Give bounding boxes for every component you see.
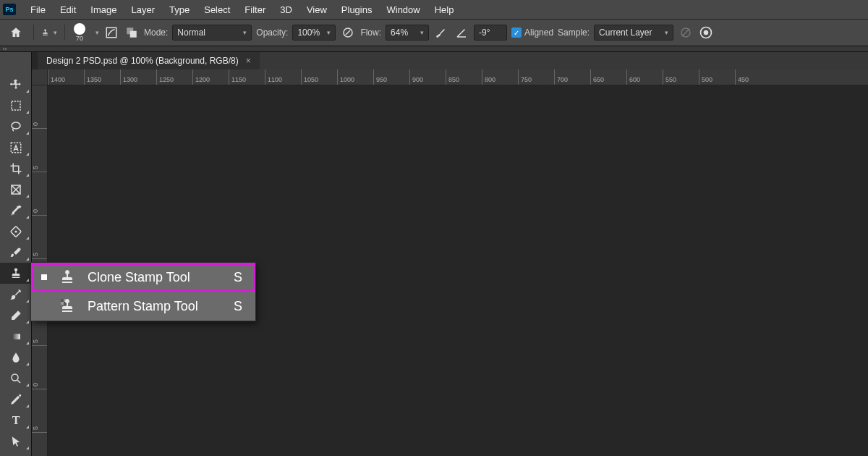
crop-tool[interactable] [0,158,32,179]
airbrush-icon [435,26,448,39]
opacity-label: Opacity: [256,28,288,38]
clone-source-icon [125,26,138,39]
opacity-input[interactable]: 100% ▾ [292,25,336,41]
flyout-indicator-icon [26,426,29,428]
ruler-tick: 0 [32,172,47,216]
pressure-opacity-button[interactable] [340,25,356,41]
menu-3d[interactable]: 3D [273,4,299,15]
angle-icon-button[interactable] [454,25,469,41]
ruler-tick: 550 [663,69,699,85]
menu-layer[interactable]: Layer [124,4,163,15]
frame-tool[interactable] [0,179,32,200]
menu-window[interactable]: Window [379,4,427,15]
airbrush-button[interactable] [433,25,449,41]
app-logo-icon: Ps [3,4,16,15]
pen-tool[interactable] [0,389,32,410]
document-tab-bar: Design 2 PSD.psd @ 100% (Background, RGB… [38,52,868,69]
chevron-down-icon: ▾ [665,29,668,36]
mode-label: Mode: [144,28,168,38]
close-tab-button[interactable]: × [246,56,251,66]
flyout-indicator-icon [26,153,29,156]
flyout-item-shortcut: S [234,299,242,314]
panel-collapse-strip[interactable]: ›› [0,46,868,52]
menu-type[interactable]: Type [162,4,197,15]
horizontal-ruler[interactable]: 1400135013001250120011501100105010009509… [48,69,868,85]
brush-preview-icon [74,23,85,35]
flyout-indicator-icon [26,342,29,345]
brush-size-label: 70 [76,35,83,42]
aligned-checkbox[interactable]: ✓ Aligned [511,28,553,38]
dodge-tool[interactable] [0,368,32,389]
home-button[interactable] [6,24,26,41]
lasso-tool[interactable] [0,116,32,137]
brush-settings-button[interactable] [103,25,119,41]
menu-filter[interactable]: Filter [237,4,273,15]
ruler-tick: 1350 [84,69,120,85]
clone-stamp-icon [57,269,77,286]
brush-tool[interactable] [0,242,32,263]
ruler-tick: 800 [482,69,518,85]
flyout-indicator-icon [26,321,29,324]
gradient-tool[interactable] [0,326,32,347]
menu-select[interactable]: Select [197,4,237,15]
tool-preset-picker[interactable]: ▾ [41,25,57,41]
clone-source-button[interactable] [124,25,140,41]
ignore-adjustment-button[interactable] [678,25,694,41]
flow-label: Flow: [360,28,381,38]
ruler-tick: 600 [626,69,663,85]
menu-image[interactable]: Image [83,4,124,15]
flyout-item-clone-stamp-tool[interactable]: Clone Stamp ToolS [31,263,255,292]
ruler-tick: 5 [32,216,47,259]
flyout-indicator-icon [26,447,29,449]
menu-file[interactable]: File [23,4,53,15]
flyout-indicator-icon [26,90,29,93]
ruler-tick: 700 [554,69,590,85]
clone-stamp-tool[interactable] [0,263,32,284]
chevron-down-icon: ▾ [243,29,247,36]
flow-input[interactable]: 64% ▾ [386,25,429,41]
menu-help[interactable]: Help [427,4,461,15]
eyedropper-tool[interactable] [0,200,32,221]
tools-panel: T [0,52,32,456]
document-tab[interactable]: Design 2 PSD.psd @ 100% (Background, RGB… [38,52,260,69]
flyout-indicator-icon [26,405,29,408]
svg-point-15 [12,374,18,381]
path-selection-tool[interactable] [0,431,32,452]
menu-plugins[interactable]: Plugins [334,4,380,15]
menu-edit[interactable]: Edit [53,4,83,15]
ruler-tick: 500 [699,69,735,85]
chevron-down-icon[interactable]: ▾ [95,29,99,36]
history-brush-tool[interactable] [0,284,32,305]
move-tool[interactable] [0,74,32,95]
ruler-tick: 750 [518,69,554,85]
sample-value: Current Layer [599,28,652,38]
mode-value: Normal [177,28,205,38]
chevron-down-icon: ▾ [54,29,57,36]
brush-preset-picker[interactable]: 70 [74,23,85,42]
object-selection-tool[interactable] [0,137,32,158]
flyout-item-pattern-stamp-tool[interactable]: Pattern Stamp ToolS [31,292,255,321]
sample-dropdown[interactable]: Current Layer ▾ [594,25,673,41]
checkbox-checked-icon: ✓ [511,28,522,38]
ruler-tick: 1250 [156,69,192,85]
active-indicator-icon [41,303,47,309]
angle-input[interactable]: -9° [474,25,507,41]
brush-panel-icon [105,26,118,39]
svg-rect-17 [61,299,64,302]
healing-brush-tool[interactable] [0,221,32,242]
mode-dropdown[interactable]: Normal ▾ [172,25,252,41]
ruler-tick: 1150 [229,69,265,85]
pressure-size-button[interactable] [698,25,714,41]
menu-view[interactable]: View [299,4,334,15]
type-tool[interactable]: T [0,410,32,431]
flyout-indicator-icon [26,384,29,387]
flyout-indicator-icon [26,279,29,282]
eraser-tool[interactable] [0,305,32,326]
blur-tool[interactable] [0,347,32,368]
ruler-origin[interactable] [32,69,48,85]
ruler-tick: 1050 [301,69,337,85]
ruler-tick: 650 [590,69,626,85]
pressure-opacity-icon [341,26,354,39]
rect-marquee-tool[interactable] [0,95,32,116]
ruler-tick: 850 [446,69,482,85]
